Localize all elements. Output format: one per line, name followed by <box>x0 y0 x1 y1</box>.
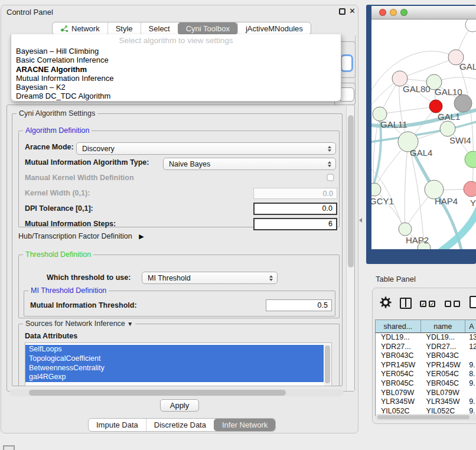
settings-scroll-area: Cyni Algorithm Settings Algorithm Defini… <box>6 105 355 392</box>
table-row[interactable]: YBR045CYBR045C9. <box>376 379 476 389</box>
minimize-traffic-light[interactable] <box>390 9 397 16</box>
deselect-all-checkbox-icon[interactable] <box>445 301 451 307</box>
list-item[interactable]: BetweennessCentrality <box>25 364 324 373</box>
group-title: Threshold Definition <box>23 250 93 259</box>
close-traffic-light[interactable] <box>379 9 386 16</box>
scrollbar-thumb[interactable] <box>29 390 286 396</box>
node-label: GAL10 <box>435 87 462 97</box>
mi-steps-input[interactable]: 6 <box>253 218 337 230</box>
node-label: GAL1 <box>438 112 460 122</box>
table-row[interactable]: YBL079WYBL079W <box>376 389 476 398</box>
apply-button[interactable]: Apply <box>160 399 199 412</box>
mutual-information-threshold-label: Mutual Information Threshold: <box>30 301 137 309</box>
table-horizontal-scrollbar[interactable] <box>375 414 476 420</box>
data-attributes-label: Data Attributes <box>25 332 77 340</box>
tab-discretize-data[interactable]: Discretize Data <box>146 419 214 431</box>
bottom-left-panel-grip[interactable] <box>3 445 15 450</box>
table-row[interactable]: YLR345WYLR345W9. <box>376 397 476 407</box>
scrollbar-thumb[interactable] <box>325 345 330 383</box>
sources-group: Sources for Network Inference ▼ Data Att… <box>18 324 340 386</box>
focused-combo-fragment[interactable] <box>340 54 353 72</box>
dropdown-item[interactable]: Dream8 DC_TDC Algorithm <box>11 92 341 100</box>
control-panel-titlebar: Control Panel ✕ <box>1 5 358 19</box>
algorithm-definition-group: Algorithm Definition Aracne Mode: Discov… <box>18 131 340 227</box>
dropdown-item-selected[interactable]: ARACNE Algorithm <box>11 65 341 74</box>
settings-horizontal-scrollbar[interactable] <box>9 389 344 396</box>
list-vertical-scrollbar[interactable] <box>324 344 331 386</box>
manual-kernel-width-checkbox[interactable] <box>327 174 334 181</box>
app-root: Control Panel ✕ Network Style Select Cyn… <box>0 0 476 450</box>
dropdown-item[interactable]: Basic Correlation Inference <box>11 56 341 64</box>
table-panel: ✓ ✓ shared... name A YDL19...YDL19...13 … <box>372 288 476 424</box>
expander-label: Hub/Transcription Factor Definition <box>18 232 132 240</box>
gear-icon[interactable] <box>380 296 392 308</box>
tab-network[interactable]: Network <box>53 22 107 35</box>
column-header[interactable]: A <box>465 320 476 332</box>
list-item[interactable]: TopologicalCoefficient <box>25 354 324 364</box>
network-window-inner: GAL GAL80 GAL10 GAL1 GAL11 SWI4 GAL4 GCY… <box>371 6 476 249</box>
close-icon[interactable]: ✕ <box>349 6 356 15</box>
group-title: Algorithm Definition <box>23 126 92 135</box>
column-header[interactable]: name <box>421 320 466 332</box>
mi-algorithm-type-label: Mutual Information Algorithm Type: <box>25 158 149 167</box>
dropdown-item[interactable]: Bayesian – Hill Climbing <box>11 47 341 56</box>
dpi-tolerance-input[interactable]: 0.0 <box>253 203 337 215</box>
aracne-mode-label: Aracne Mode: <box>25 143 74 151</box>
selected-value: Discovery <box>82 145 115 153</box>
table-body: YDL19...YDL19...13 YDR27...YDR27...12 YB… <box>376 333 476 415</box>
list-item[interactable]: SelfLoops <box>25 345 324 354</box>
scrollbar-thumb[interactable] <box>348 115 354 268</box>
network-canvas[interactable]: GAL GAL80 GAL10 GAL1 GAL11 SWI4 GAL4 GCY… <box>371 19 476 249</box>
table-row[interactable]: YPR145WYPR145W9. <box>376 361 476 370</box>
tab-select[interactable]: Select <box>141 22 178 35</box>
settings-vertical-scrollbar[interactable] <box>346 106 354 391</box>
stepper-icon <box>328 161 331 167</box>
aracne-mode-select[interactable]: Discovery <box>76 142 336 155</box>
node-label: SWI4 <box>449 135 471 145</box>
dropdown-item[interactable]: Bayesian – K2 <box>11 83 341 92</box>
column-header[interactable]: shared... <box>376 320 421 332</box>
tab-jactivemnodules[interactable]: jActiveMNodules <box>237 22 311 35</box>
stepper-icon <box>328 146 331 152</box>
select-all-checkbox-icon2[interactable]: ✓ <box>429 301 435 307</box>
network-view-window: GAL GAL80 GAL10 GAL1 GAL11 SWI4 GAL4 GCY… <box>366 5 476 264</box>
tab-style[interactable]: Style <box>107 22 141 35</box>
table-row[interactable]: YIL052CYIL052C9. <box>376 407 476 415</box>
tab-impute-data[interactable]: Impute Data <box>89 419 146 431</box>
show-columns-icon[interactable] <box>400 298 412 309</box>
mutual-information-threshold-input[interactable]: 0.5 <box>266 299 332 311</box>
deselect-all-checkbox-icon2[interactable] <box>454 301 460 307</box>
hub-transcription-expander[interactable]: Hub/Transcription Factor Definition ▶ <box>18 232 144 240</box>
panel-splitter-collapse-arrow[interactable] <box>359 218 362 223</box>
table-row[interactable]: YDR27...YDR27...12 <box>376 343 476 352</box>
manual-kernel-width-label: Manual Kernel Width Definition <box>25 174 134 182</box>
which-threshold-label: Which threshold to use: <box>47 273 131 282</box>
list-item[interactable]: gal4RGexp <box>25 373 324 382</box>
node-label: GAL4 <box>410 148 432 158</box>
which-threshold-select[interactable]: MI Threshold <box>142 272 278 284</box>
select-all-checkbox-icon[interactable]: ✓ <box>420 301 426 307</box>
node-label: HAP4 <box>435 196 458 206</box>
node-label: HAP2 <box>406 235 429 245</box>
node-label: GAL11 <box>380 119 407 129</box>
mi-threshold-definition-group: MI Threshold Definition Mutual Informati… <box>24 291 335 317</box>
mi-algorithm-type-select[interactable]: Naive Bayes <box>163 158 336 170</box>
dpi-tolerance-label: DPI Tolerance [0,1]: <box>25 204 93 213</box>
table-row[interactable]: YER054CYER054C8. <box>376 370 476 379</box>
kernel-width-input[interactable]: 0.0 <box>253 188 337 199</box>
scrollbar-thumb[interactable] <box>377 415 470 419</box>
network-window-titlebar[interactable] <box>371 6 476 19</box>
cyni-algorithm-settings-group: Cyni Algorithm Settings Algorithm Defini… <box>12 113 343 386</box>
tab-cyni-toolbox[interactable]: Cyni Toolbox <box>178 22 237 35</box>
table-row[interactable]: YBR043CYBR043C <box>376 351 476 361</box>
selected-value: MI Threshold <box>148 274 191 282</box>
node-attribute-table: shared... name A YDL19...YDL19...13 YDR2… <box>375 319 476 416</box>
chevron-down-icon[interactable]: ▼ <box>127 321 133 327</box>
mi-steps-label: Mutual Information Steps: <box>25 220 116 228</box>
float-window-icon[interactable] <box>339 8 345 15</box>
zoom-traffic-light[interactable] <box>400 9 407 16</box>
table-row[interactable]: YDL19...YDL19...13 <box>376 333 476 343</box>
dropdown-item[interactable]: Mutual Information Inference <box>11 74 341 83</box>
tab-infer-network[interactable]: Infer Network <box>214 419 275 431</box>
export-table-icon[interactable] <box>470 296 476 308</box>
